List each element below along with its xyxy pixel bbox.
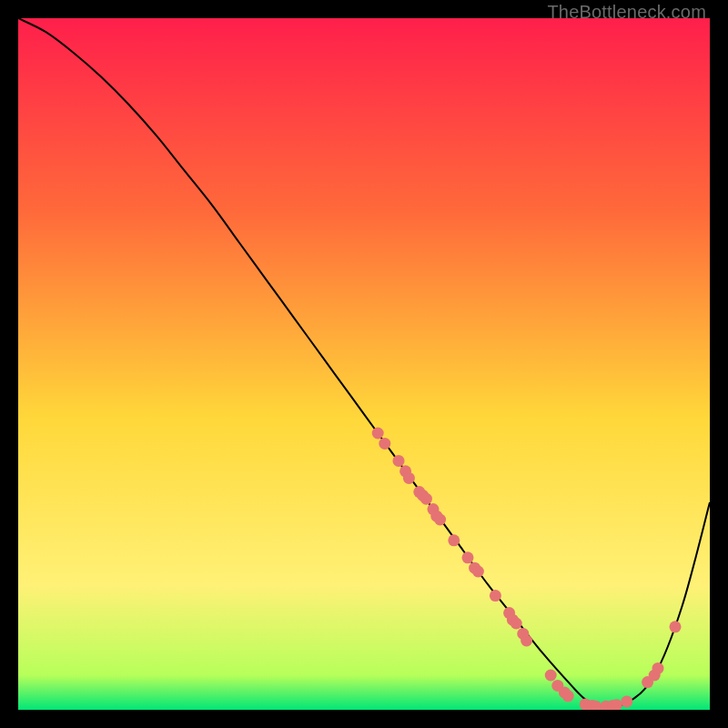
bottleneck-chart <box>18 18 710 710</box>
highlighted-point <box>393 455 405 467</box>
highlighted-point <box>462 551 474 563</box>
highlighted-point <box>490 590 501 602</box>
highlighted-point <box>379 438 390 450</box>
highlighted-point <box>403 472 415 484</box>
highlighted-point <box>372 428 384 440</box>
highlighted-point <box>511 618 522 630</box>
chart-frame <box>18 18 710 710</box>
highlighted-point <box>621 695 632 707</box>
highlighted-point <box>652 662 664 674</box>
highlighted-point <box>521 635 532 647</box>
gradient-background <box>18 18 710 710</box>
highlighted-point <box>670 621 682 632</box>
highlighted-point <box>420 493 432 505</box>
highlighted-point <box>472 566 484 578</box>
highlighted-point <box>545 670 557 682</box>
highlighted-point <box>448 534 460 546</box>
highlighted-point <box>434 514 446 526</box>
highlighted-point <box>562 690 574 702</box>
